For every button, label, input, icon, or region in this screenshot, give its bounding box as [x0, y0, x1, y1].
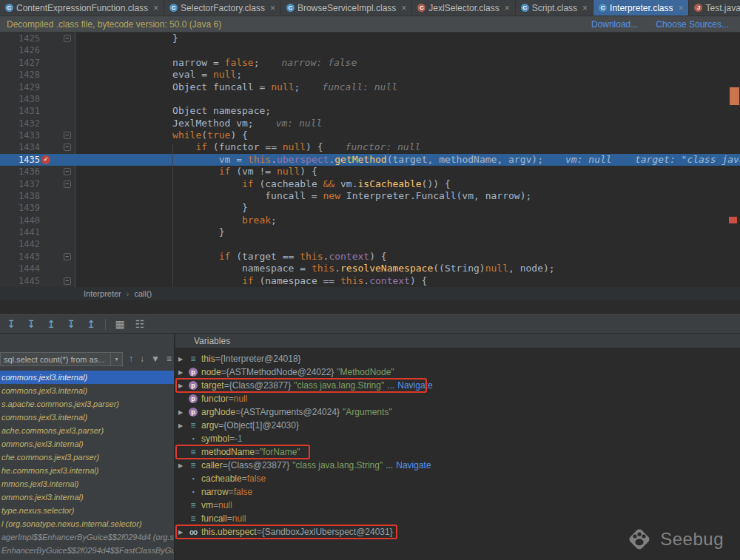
- inline-debug-hint: narrow: false: [282, 57, 357, 68]
- variable-row[interactable]: ▪narrow = false: [175, 485, 740, 499]
- variable-row[interactable]: ▶≡argv = {Object[1]@24030}: [175, 419, 740, 432]
- fold-icon[interactable]: −: [64, 181, 71, 188]
- variable-row[interactable]: ▪cacheable = false: [175, 472, 740, 485]
- export-frame-icon[interactable]: ↧: [5, 318, 17, 330]
- stack-frame-row[interactable]: s.apache.commons.jexl3.parser): [0, 397, 174, 411]
- variable-row[interactable]: ▶≡this = {Interpreter@24018}: [175, 352, 740, 365]
- expand-chevron[interactable]: ▶: [178, 422, 188, 429]
- editor-gutter[interactable]: 1433−: [0, 129, 75, 141]
- expand-chevron[interactable]: ▶: [178, 529, 188, 536]
- error-stripe-mark[interactable]: [730, 87, 739, 105]
- editor-gutter[interactable]: 1434−: [0, 141, 75, 153]
- list-view-icon[interactable]: ☷: [134, 318, 146, 330]
- fold-icon[interactable]: −: [64, 277, 71, 285]
- frames-options-icon[interactable]: ≡: [166, 354, 172, 364]
- fold-icon[interactable]: −: [64, 35, 71, 42]
- breakpoint-stripe-mark[interactable]: [729, 217, 737, 223]
- editor-gutter[interactable]: 1429: [0, 81, 75, 93]
- editor-tab[interactable]: CScript.class×: [516, 0, 593, 16]
- editor-gutter[interactable]: 1436−: [0, 166, 75, 178]
- stack-frame-row[interactable]: type.nexus.selector): [0, 504, 174, 517]
- tab-close-icon[interactable]: ×: [401, 3, 406, 13]
- tab-close-icon[interactable]: ×: [270, 3, 275, 13]
- editor-gutter[interactable]: 1437−: [0, 178, 75, 190]
- editor-gutter[interactable]: 1441: [0, 226, 75, 238]
- editor-gutter[interactable]: 1427: [0, 57, 75, 69]
- step-line-down-icon[interactable]: ↧: [25, 318, 37, 330]
- variable-row[interactable]: pfunctor = null: [175, 392, 740, 405]
- prev-frame-icon[interactable]: ↑: [129, 354, 133, 364]
- fold-icon[interactable]: −: [64, 168, 71, 175]
- editor-gutter[interactable]: 1439: [0, 202, 75, 214]
- remove-frame-icon[interactable]: ↧: [65, 318, 77, 330]
- thread-selector[interactable]: sql.select count(*) from as... ▾: [0, 352, 123, 366]
- editor-tab[interactable]: CInterpreter.class×: [593, 0, 689, 16]
- stack-frame-row[interactable]: he.commons.jexl3.internal): [0, 464, 174, 477]
- fold-icon[interactable]: −: [64, 144, 71, 151]
- navigate-link[interactable]: Navigate: [396, 460, 431, 470]
- editor-gutter[interactable]: 1444: [0, 263, 75, 274]
- stack-frame-row[interactable]: commons.jexl3.internal): [0, 411, 174, 424]
- editor-gutter[interactable]: 1443−: [0, 251, 75, 263]
- stack-frame-row[interactable]: ommons.jexl3.internal): [0, 437, 174, 451]
- add-frame-icon[interactable]: ↥: [85, 318, 97, 330]
- editor-tab[interactable]: CBrowseServiceImpl.class×: [281, 0, 412, 16]
- variable-row[interactable]: ≡methodName = "forName": [175, 445, 740, 459]
- stack-frame-row[interactable]: EnhancerByGuice$$2f0294d4$$FastClassByGu…: [0, 544, 174, 557]
- breadcrumb-class[interactable]: Interpreter: [84, 289, 121, 298]
- editor-gutter[interactable]: 1426: [0, 44, 75, 56]
- editor-tab[interactable]: CJexlSelector.class×: [412, 0, 515, 16]
- variable-row[interactable]: ▶pargNode = {ASTArguments@24024}"Argumen…: [175, 405, 740, 419]
- variable-row[interactable]: ▶≡caller = {Class@23877}"class java.lang…: [175, 459, 740, 472]
- fold-icon[interactable]: −: [64, 253, 71, 260]
- editor-gutter[interactable]: 1430: [0, 93, 75, 105]
- editor-tab[interactable]: CSelectorFactory.class×: [164, 0, 281, 16]
- expand-chevron[interactable]: ▶: [178, 382, 188, 389]
- stack-frame-row[interactable]: mmons.jexl3.internal): [0, 477, 174, 490]
- next-frame-icon[interactable]: ↓: [140, 354, 144, 364]
- editor-tab[interactable]: CContentExpressionFunction.class×: [0, 0, 164, 16]
- stack-frame-row[interactable]: che.commons.jexl3.parser): [0, 451, 174, 464]
- variable-row[interactable]: ▪symbol = -1: [175, 432, 740, 445]
- breakpoint-icon[interactable]: ✓: [41, 155, 50, 164]
- editor-gutter[interactable]: 1435✓: [0, 154, 75, 166]
- download-link[interactable]: Download...: [591, 19, 638, 30]
- code-text: }: [75, 226, 740, 238]
- variable-row[interactable]: ▶pnode = {ASTMethodNode@24022}"MethodNod…: [175, 365, 740, 379]
- tab-close-icon[interactable]: ×: [678, 3, 683, 13]
- tab-close-icon[interactable]: ×: [582, 3, 588, 13]
- variable-row[interactable]: ≡funcall = null: [175, 512, 740, 525]
- variable-icon: ≡: [188, 513, 198, 524]
- expand-chevron[interactable]: ▶: [178, 356, 188, 362]
- stack-frame-row[interactable]: ache.commons.jexl3.parser): [0, 424, 174, 437]
- editor-tab[interactable]: JTest.java×: [689, 0, 740, 16]
- stack-frame-row[interactable]: commons.jexl3.internal): [0, 371, 174, 384]
- editor-gutter[interactable]: 1442: [0, 238, 75, 250]
- navigate-link[interactable]: Navigate: [397, 380, 432, 391]
- tab-close-icon[interactable]: ×: [153, 3, 158, 13]
- editor-gutter[interactable]: 1438: [0, 190, 75, 202]
- expand-chevron[interactable]: ▶: [178, 409, 188, 416]
- stack-frame-row[interactable]: ommons.jexl3.internal): [0, 490, 174, 504]
- breadcrumb-method[interactable]: call(): [134, 289, 152, 298]
- table-view-icon[interactable]: ▦: [114, 318, 126, 330]
- fold-icon[interactable]: −: [64, 132, 71, 139]
- stack-frame-row[interactable]: agerImpl$$EnhancerByGuice$$2f0294d4 (org…: [0, 530, 174, 544]
- variable-row[interactable]: ≡vm = null: [175, 499, 740, 512]
- editor-gutter[interactable]: 1440: [0, 215, 75, 226]
- choose-sources-link[interactable]: Choose Sources...: [656, 19, 729, 30]
- expand-chevron[interactable]: ▶: [178, 462, 188, 469]
- stack-frame-row[interactable]: l (org.sonatype.nexus.internal.selector): [0, 517, 174, 530]
- editor-gutter[interactable]: 1431: [0, 105, 75, 117]
- step-line-up-icon[interactable]: ↥: [45, 318, 57, 330]
- tab-close-icon[interactable]: ×: [505, 3, 510, 13]
- expand-chevron[interactable]: ▶: [178, 369, 188, 376]
- filter-frames-icon[interactable]: ▼: [151, 354, 160, 364]
- editor-gutter[interactable]: 1445−: [0, 275, 75, 287]
- editor-gutter[interactable]: 1428: [0, 69, 75, 81]
- variable-row[interactable]: ▶ptarget = {Class@23877}"class java.lang…: [175, 379, 740, 392]
- editor-gutter[interactable]: 1432: [0, 118, 75, 129]
- combo-arrow-icon[interactable]: ▾: [110, 353, 122, 365]
- editor-gutter[interactable]: 1425−: [0, 33, 75, 44]
- stack-frame-row[interactable]: commons.jexl3.internal): [0, 384, 174, 397]
